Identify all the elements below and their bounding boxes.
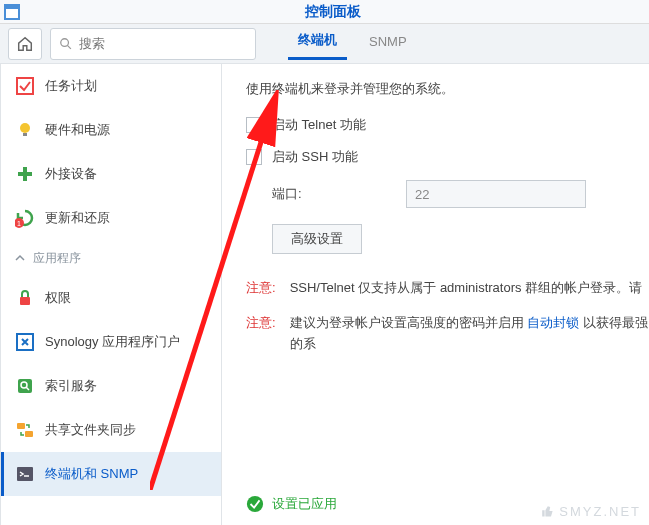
svg-rect-19 — [17, 467, 33, 481]
applied-text: 设置已应用 — [272, 495, 337, 513]
intro-text: 使用终端机来登录并管理您的系统。 — [246, 80, 649, 98]
check-circle-icon — [246, 495, 264, 513]
svg-rect-18 — [25, 431, 33, 437]
note-1-text: SSH/Telnet 仅支持从属于 administrators 群组的帐户登录… — [290, 278, 643, 299]
port-input[interactable]: 22 — [406, 180, 586, 208]
chevron-up-icon — [15, 253, 25, 263]
sync-folders-icon — [15, 420, 35, 440]
tab-snmp[interactable]: SNMP — [365, 28, 411, 59]
sidebar-item-label: 更新和还原 — [45, 209, 110, 227]
sidebar-item-external-devices[interactable]: 外接设备 — [1, 152, 221, 196]
svg-point-6 — [20, 123, 30, 133]
search-box[interactable] — [50, 28, 256, 60]
sidebar-item-label: 索引服务 — [45, 377, 97, 395]
watermark: SMYZ.NET — [539, 503, 641, 519]
svg-rect-7 — [23, 133, 27, 136]
sidebar-item-label: 外接设备 — [45, 165, 97, 183]
settings-applied: 设置已应用 — [246, 495, 337, 513]
home-icon — [16, 35, 34, 53]
lock-icon — [15, 288, 35, 308]
sidebar-item-label: 硬件和电源 — [45, 121, 110, 139]
svg-point-3 — [61, 38, 69, 46]
note-label: 注意: — [246, 313, 276, 355]
note-label: 注意: — [246, 278, 276, 299]
app-icon — [4, 4, 20, 20]
sidebar-item-label: 终端机和 SNMP — [45, 465, 138, 483]
svg-rect-12 — [20, 297, 30, 305]
svg-rect-17 — [17, 423, 25, 429]
sidebar-group-label: 应用程序 — [33, 250, 81, 267]
sidebar-item-task-scheduler[interactable]: 任务计划 — [1, 64, 221, 108]
window-title: 控制面板 — [20, 3, 645, 21]
svg-text:1: 1 — [17, 220, 21, 227]
ssh-checkbox[interactable] — [246, 149, 262, 165]
sidebar: 任务计划 硬件和电源 外接设备 1 更新和还原 — [0, 64, 222, 525]
port-row: 端口: 22 — [246, 180, 649, 208]
sidebar-item-label: 共享文件夹同步 — [45, 421, 136, 439]
svg-rect-9 — [18, 172, 32, 176]
telnet-row: 启动 Telnet 功能 — [246, 116, 649, 134]
note-2-text: 建议为登录帐户设置高强度的密码并启用 自动封锁 以获得最强的系 — [290, 313, 649, 355]
sidebar-item-indexing[interactable]: 索引服务 — [1, 364, 221, 408]
sidebar-item-privileges[interactable]: 权限 — [1, 276, 221, 320]
note-2: 注意: 建议为登录帐户设置高强度的密码并启用 自动封锁 以获得最强的系 — [246, 313, 649, 355]
tabs: 终端机 SNMP — [294, 28, 411, 59]
search-input[interactable] — [79, 36, 247, 51]
portal-icon — [15, 332, 35, 352]
plus-icon — [15, 164, 35, 184]
telnet-label: 启动 Telnet 功能 — [272, 116, 366, 134]
note-1: 注意: SSH/Telnet 仅支持从属于 administrators 群组的… — [246, 278, 649, 299]
ssh-row: 启动 SSH 功能 — [246, 148, 649, 166]
titlebar: 控制面板 — [0, 0, 649, 24]
sidebar-group-apps[interactable]: 应用程序 — [1, 240, 221, 276]
svg-point-20 — [247, 496, 263, 512]
search-file-icon — [15, 376, 35, 396]
svg-line-4 — [67, 45, 71, 49]
sidebar-item-terminal-snmp[interactable]: 终端机和 SNMP — [1, 452, 221, 496]
sidebar-item-update-restore[interactable]: 1 更新和还原 — [1, 196, 221, 240]
tab-terminal[interactable]: 终端机 — [294, 25, 341, 59]
main-panel: 使用终端机来登录并管理您的系统。 启动 Telnet 功能 启动 SSH 功能 … — [222, 64, 649, 525]
search-icon — [59, 37, 73, 51]
svg-rect-14 — [18, 379, 32, 393]
advanced-settings-button[interactable]: 高级设置 — [272, 224, 362, 254]
topbar: 终端机 SNMP — [0, 24, 649, 64]
bulb-icon — [15, 120, 35, 140]
terminal-icon — [15, 464, 35, 484]
svg-rect-5 — [17, 78, 33, 94]
checkbox-icon — [15, 76, 35, 96]
port-label: 端口: — [246, 185, 406, 203]
refresh-icon: 1 — [15, 208, 35, 228]
sidebar-item-shared-sync[interactable]: 共享文件夹同步 — [1, 408, 221, 452]
sidebar-item-hardware-power[interactable]: 硬件和电源 — [1, 108, 221, 152]
sidebar-item-label: 权限 — [45, 289, 71, 307]
auto-block-link[interactable]: 自动封锁 — [527, 315, 579, 330]
svg-rect-2 — [6, 6, 18, 9]
thumb-icon — [539, 503, 555, 519]
sidebar-item-app-portal[interactable]: Synology 应用程序门户 — [1, 320, 221, 364]
sidebar-item-label: 任务计划 — [45, 77, 97, 95]
telnet-checkbox[interactable] — [246, 117, 262, 133]
ssh-label: 启动 SSH 功能 — [272, 148, 358, 166]
home-button[interactable] — [8, 28, 42, 60]
sidebar-item-label: Synology 应用程序门户 — [45, 333, 180, 351]
